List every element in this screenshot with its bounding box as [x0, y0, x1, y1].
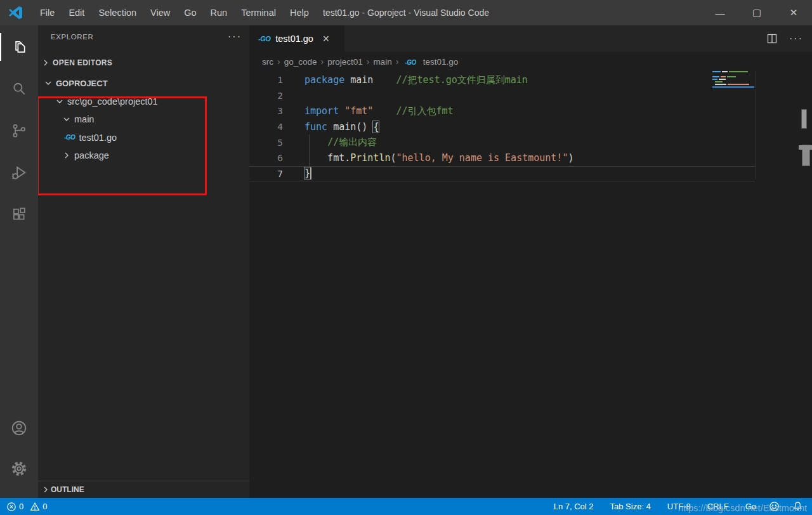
status-bar-right: Ln 7, Col 2 Tab Size: 4 UTF-8 CRLF Go: [537, 501, 803, 512]
window-controls: — ▢ ✕: [702, 0, 812, 25]
code-line-1[interactable]: 1package main //把test.go文件归属到main: [249, 72, 755, 88]
explorer-sidebar: EXPLORER ··· OPEN EDITORS GOPROJECTsrc\g…: [38, 25, 249, 498]
menu-go[interactable]: Go: [177, 5, 203, 20]
chevron-down-icon: [62, 114, 72, 124]
tab-test01-go[interactable]: -GO test01.go ✕: [249, 25, 344, 52]
code-text: fmt.Println("hello, My name is Eastmount…: [304, 152, 573, 164]
more-actions-icon[interactable]: ···: [789, 36, 803, 41]
split-editor-icon[interactable]: [766, 33, 778, 44]
tab-size[interactable]: Tab Size: 4: [610, 502, 651, 511]
code-line-6[interactable]: 6 fmt.Println("hello, My name is Eastmou…: [249, 150, 755, 166]
run-debug-icon[interactable]: [0, 156, 38, 189]
line-number: 2: [249, 91, 283, 101]
outline-label: OUTLINE: [51, 485, 84, 494]
chevron-down-icon: [55, 96, 65, 107]
eol-sequence[interactable]: CRLF: [707, 502, 729, 511]
settings-gear-icon[interactable]: [0, 452, 38, 485]
status-bar: 0 0 Ln 7, Col 2 Tab Size: 4 UTF-8 CRLF G…: [0, 498, 812, 515]
breadcrumb-item-main[interactable]: main: [373, 57, 391, 67]
source-control-icon[interactable]: [0, 114, 38, 147]
window-title: test01.go - Goproject - Visual Studio Co…: [323, 8, 489, 18]
error-count: 0: [19, 502, 23, 511]
code-text: package main //把test.go文件归属到main: [304, 74, 528, 86]
minimap[interactable]: [712, 71, 754, 96]
account-icon[interactable]: [0, 412, 38, 445]
tree-item-goproject[interactable]: GOPROJECT: [38, 74, 249, 93]
menu-file[interactable]: File: [33, 5, 62, 20]
scrollbar-thumb[interactable]: [802, 145, 810, 166]
menu-bar: FileEditSelectionViewGoRunTerminalHelp: [33, 7, 316, 18]
breadcrumb-separator: ›: [320, 56, 324, 67]
search-icon[interactable]: [0, 72, 38, 105]
sidebar-more-actions-icon[interactable]: ···: [228, 34, 242, 40]
language-mode[interactable]: Go: [745, 502, 756, 511]
open-editors-label: OPEN EDITORS: [53, 58, 112, 67]
editor-group: -GO test01.go ✕ ··· src›go_code›project0…: [249, 25, 812, 498]
breadcrumb-item-test01-go[interactable]: test01.go: [423, 57, 459, 67]
breadcrumb-separator: ›: [277, 56, 280, 67]
tree-item-src-go-code-project01[interactable]: src\go_code\project01: [38, 93, 249, 111]
line-number: 3: [249, 106, 283, 116]
menu-help[interactable]: Help: [283, 5, 316, 20]
file-tree: GOPROJECTsrc\go_code\project01main-GOtes…: [38, 74, 249, 165]
minimap-border: [756, 71, 756, 179]
extensions-icon[interactable]: [0, 198, 38, 231]
title-bar: FileEditSelectionViewGoRunTerminalHelp t…: [0, 0, 812, 25]
feedback-smiley-icon[interactable]: [769, 501, 780, 512]
text-cursor: [310, 167, 311, 179]
tab-close-icon[interactable]: ✕: [320, 32, 332, 45]
vscode-logo-icon: [8, 4, 24, 21]
minimize-button[interactable]: —: [702, 0, 738, 25]
tab-bar: -GO test01.go ✕ ···: [249, 25, 812, 52]
cursor-position[interactable]: Ln 7, Col 2: [554, 502, 594, 511]
vscode-window: FileEditSelectionViewGoRunTerminalHelp t…: [0, 0, 812, 515]
code-line-3[interactable]: 3import "fmt" //引入包fmt: [249, 103, 755, 119]
problems-indicator[interactable]: 0 0: [6, 502, 53, 512]
code-text: func main() {: [304, 121, 379, 133]
tree-item-label: main: [74, 114, 94, 124]
scrollbar-thumb[interactable]: [801, 109, 807, 129]
warning-count: 0: [43, 502, 47, 511]
tree-item-label: src\go_code\project01: [67, 96, 158, 107]
outline-section[interactable]: OUTLINE: [38, 481, 249, 498]
go-file-icon: -GO: [405, 59, 416, 66]
code-line-7[interactable]: 7}: [249, 166, 755, 182]
chevron-right-icon: [41, 58, 51, 68]
code-text: import "fmt" //引入包fmt: [304, 105, 454, 117]
code-line-5[interactable]: 5 //输出内容: [249, 134, 755, 150]
activity-bar: [0, 25, 38, 498]
code-line-4[interactable]: 4func main() {: [249, 119, 755, 135]
line-number: 7: [249, 169, 283, 179]
code-line-2[interactable]: 2: [249, 88, 755, 104]
breadcrumb-item-project01[interactable]: project01: [327, 57, 363, 67]
error-icon: [6, 502, 16, 512]
tab-label: test01.go: [275, 34, 313, 44]
tree-item-label: GOPROJECT: [56, 79, 108, 88]
tree-item-test01-go[interactable]: -GOtest01.go: [38, 129, 249, 147]
breadcrumb-separator: ›: [367, 56, 370, 67]
menu-edit[interactable]: Edit: [62, 5, 91, 20]
explorer-icon[interactable]: [0, 30, 38, 63]
menu-view[interactable]: View: [143, 5, 177, 20]
minimap-current-line: [712, 86, 754, 88]
breadcrumb-item-go-code[interactable]: go_code: [284, 57, 317, 67]
notifications-bell-icon[interactable]: [792, 501, 803, 512]
line-number: 1: [249, 75, 283, 85]
menu-terminal[interactable]: Terminal: [234, 5, 283, 20]
breadcrumb-item-src[interactable]: src: [262, 57, 273, 67]
activity-bar-bottom: [0, 412, 38, 493]
chevron-down-icon: [43, 78, 53, 88]
tree-item-label: test01.go: [79, 133, 117, 143]
code-area[interactable]: 1package main //把test.go文件归属到main23impor…: [249, 71, 812, 498]
breadcrumb: src›go_code›project01›main›-GOtest01.go: [249, 52, 812, 71]
breadcrumb-separator: ›: [396, 56, 399, 67]
menu-selection[interactable]: Selection: [91, 5, 143, 20]
encoding[interactable]: UTF-8: [667, 502, 691, 511]
tree-item-main[interactable]: main: [38, 110, 249, 129]
menu-run[interactable]: Run: [204, 5, 235, 20]
open-editors-section[interactable]: OPEN EDITORS: [38, 55, 249, 70]
tree-item-package[interactable]: package: [38, 147, 249, 165]
maximize-button[interactable]: ▢: [738, 0, 775, 25]
close-button[interactable]: ✕: [775, 0, 812, 25]
go-file-icon: -GO: [258, 35, 270, 42]
